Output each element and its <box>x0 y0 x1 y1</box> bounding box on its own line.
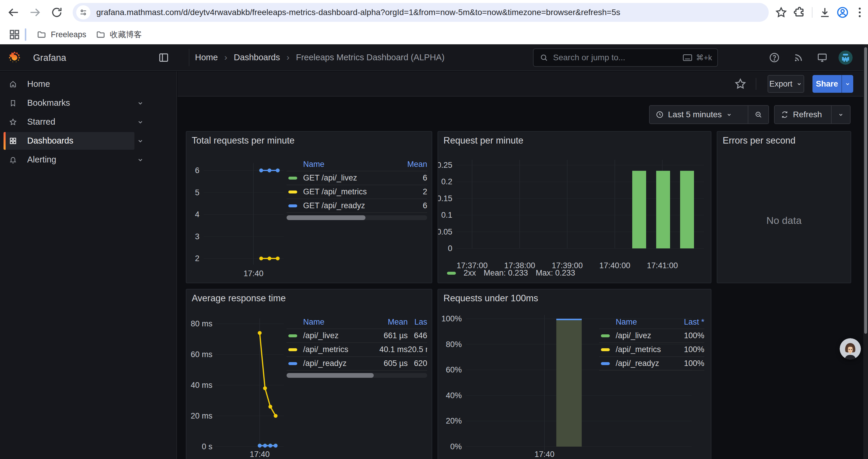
legend-row[interactable]: /api/_metrics40.1 ms20.5 m <box>286 342 427 356</box>
chevron-down-icon[interactable] <box>136 137 144 145</box>
refresh-interval-button[interactable] <box>831 106 850 124</box>
time-range-picker[interactable]: Last 5 minutes <box>650 106 748 124</box>
bookmark-star-icon[interactable] <box>775 6 788 19</box>
svg-text:0: 0 <box>448 244 452 253</box>
sidebar-item-bookmarks[interactable]: Bookmarks <box>0 94 177 112</box>
breadcrumb-home[interactable]: Home <box>195 53 218 62</box>
chevron-down-icon <box>838 111 844 118</box>
legend-col-name[interactable]: Name <box>599 318 675 327</box>
legend-inline[interactable]: 2xx Mean: 0.233 Max: 0.233 <box>447 268 575 277</box>
toolbar-divider <box>756 78 756 90</box>
page-scrollbar[interactable] <box>863 44 868 459</box>
svg-text:17:40: 17:40 <box>250 450 270 459</box>
zoom-out-button[interactable] <box>748 106 769 124</box>
home-icon <box>9 80 17 88</box>
legend-hscrollbar[interactable] <box>286 215 427 220</box>
svg-text:60 ms: 60 ms <box>191 350 212 359</box>
legend-row[interactable]: /api/_livez661 µs646 <box>286 328 427 342</box>
sidebar-item-home[interactable]: Home <box>0 75 177 94</box>
legend-row[interactable]: /api/_readyz100% <box>599 356 704 370</box>
chart-area[interactable]: 100%80%60%40%20%0%17:40 <box>438 290 712 459</box>
legend-row[interactable]: /api/_livez100% <box>599 328 704 342</box>
svg-text:40 ms: 40 ms <box>191 381 212 390</box>
legend-series-name: /api/_readyz <box>303 359 346 368</box>
legend-row[interactable]: /api/_readyz605 µs620 <box>286 356 427 370</box>
panel-average-response-time: Average response time 80 ms60 ms40 ms20 … <box>186 289 432 459</box>
chevron-down-icon[interactable] <box>136 99 144 107</box>
legend-col-1[interactable]: Last * <box>675 318 704 327</box>
sidebar-item-alerting[interactable]: Alerting <box>0 150 177 169</box>
share-menu-button[interactable] <box>841 75 853 93</box>
breadcrumb: Home › Dashboards › Freeleaps Metrics Da… <box>195 44 445 70</box>
menu-dots-icon[interactable] <box>853 6 866 19</box>
legend-value: 605 µs <box>363 359 408 368</box>
legend-row[interactable]: GET /api/_livez6 <box>286 171 427 185</box>
url-text[interactable]: grafana.mathmast.com/d/deytv4rwavabkb/fr… <box>96 8 620 17</box>
panel-total-requests: Total requests per minute 6543217:40 Nam… <box>186 131 432 283</box>
svg-text:6: 6 <box>195 166 199 175</box>
svg-text:0.15: 0.15 <box>438 194 452 203</box>
legend-col-name[interactable]: Name <box>286 160 392 169</box>
reload-icon[interactable] <box>50 6 63 19</box>
legend-row[interactable]: GET /api/_metrics2 <box>286 185 427 198</box>
search-input[interactable]: Search or jump to... ⌘+k <box>533 48 718 67</box>
scrollbar-thumb[interactable] <box>286 373 374 378</box>
legend-table: NameMeanLas/api/_livez661 µs646/api/_met… <box>286 316 427 378</box>
legend-series-name: 2xx <box>464 268 476 277</box>
no-data-label: No data <box>717 132 850 283</box>
svg-text:5: 5 <box>195 188 199 197</box>
address-bar[interactable]: grafana.mathmast.com/d/deytv4rwavabkb/fr… <box>73 3 769 22</box>
breadcrumb-current[interactable]: Freeleaps Metrics Dashboard (ALPHA) <box>296 53 445 62</box>
dock-sidebar-icon[interactable] <box>158 52 169 64</box>
folder-icon <box>37 30 47 40</box>
legend-row[interactable]: GET /api/_readyz6 <box>286 198 427 212</box>
legend-hscrollbar[interactable] <box>286 373 427 378</box>
browser-profile-icon[interactable] <box>836 6 849 19</box>
chevron-down-icon <box>844 80 851 87</box>
legend-value: 100% <box>675 345 704 354</box>
share-button[interactable]: Share <box>812 75 841 93</box>
bookmark-folder-label: Freeleaps <box>51 30 86 39</box>
legend-col-name[interactable]: Name <box>286 318 363 327</box>
svg-text:17:40: 17:40 <box>243 269 264 278</box>
legend-row[interactable]: /api/_metrics100% <box>599 342 704 356</box>
legend-col-1[interactable]: Mean <box>392 160 427 169</box>
dashboard-toolbar: Export Share <box>178 71 868 97</box>
extensions-icon[interactable] <box>793 6 806 19</box>
legend-value: 100% <box>675 331 704 340</box>
sidebar-item-dashboards[interactable]: Dashboards <box>0 131 177 150</box>
breadcrumb-dashboards[interactable]: Dashboards <box>234 53 280 62</box>
user-avatar[interactable] <box>838 51 852 65</box>
site-settings-icon[interactable] <box>76 5 90 20</box>
scrollbar-thumb[interactable] <box>864 47 867 334</box>
download-icon[interactable] <box>818 6 831 19</box>
sidebar-item-starred[interactable]: Starred <box>0 112 177 131</box>
bookmark-folder-blogs[interactable]: 收藏博客 <box>91 27 147 42</box>
forward-icon[interactable] <box>28 6 41 19</box>
grafana-logo[interactable] <box>8 51 21 64</box>
back-icon[interactable] <box>7 6 20 19</box>
apps-grid-icon[interactable] <box>8 28 21 41</box>
floating-assistant-avatar[interactable] <box>840 338 861 359</box>
bookmark-folder-freeleaps[interactable]: Freeleaps <box>32 27 91 42</box>
export-button[interactable]: Export <box>768 75 804 93</box>
legend-col-2[interactable]: Las <box>408 318 427 327</box>
clock-icon <box>656 110 664 119</box>
help-icon[interactable] <box>769 52 780 63</box>
chevron-down-icon[interactable] <box>136 118 144 126</box>
legend-series-pill <box>601 334 610 337</box>
scrollbar-thumb[interactable] <box>286 215 366 220</box>
chevron-down-icon[interactable] <box>136 156 144 164</box>
folder-icon <box>96 30 106 40</box>
legend-series-name: /api/_livez <box>303 331 339 340</box>
favorite-star-icon[interactable] <box>734 77 747 90</box>
legend-col-1[interactable]: Mean <box>363 318 408 327</box>
legend-stat-mean: Mean: 0.233 <box>484 268 528 277</box>
dashboard-content: Last 5 minutes <box>178 97 868 459</box>
svg-text:60%: 60% <box>446 365 462 374</box>
monitor-icon[interactable] <box>816 52 828 63</box>
chart-area[interactable]: 0.250.20.150.10.05017:37:0017:38:0017:39… <box>438 132 712 284</box>
refresh-button[interactable]: Refresh <box>775 106 831 124</box>
news-rss-icon[interactable] <box>793 52 804 63</box>
svg-text:0.05: 0.05 <box>438 227 452 236</box>
